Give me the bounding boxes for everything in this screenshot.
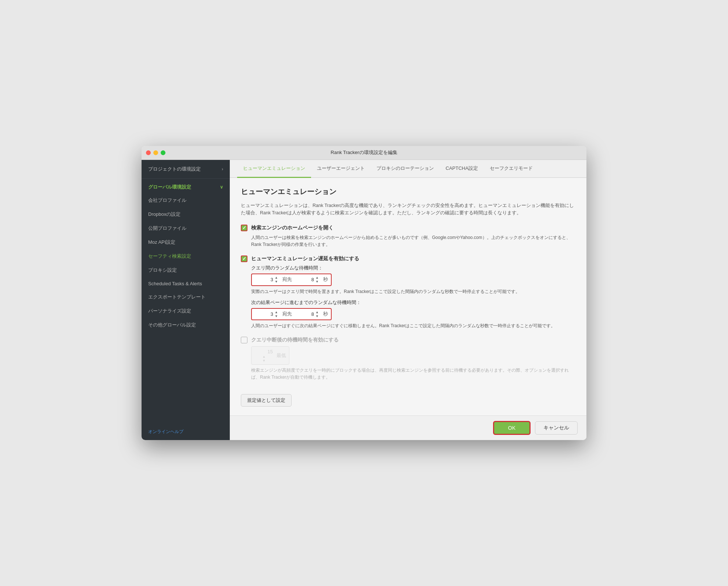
sidebar-item-proxy[interactable]: プロキシ設定: [142, 263, 230, 277]
main-content-area: ヒューマンエミュレーション ヒューマンエミュレーションは、Rank Tracke…: [230, 178, 586, 416]
option3-row: クエリ中断後の待機時間を有効にする: [241, 337, 575, 343]
sub-option2b: 次の結果ページに進むまでのランダムな待機時間： ▲ ▼ 宛先: [251, 300, 575, 330]
option1-block: ✓ 検索エンジンのホームページを開く 人間のユーザーは検索を検索エンジンのホーム…: [241, 225, 575, 248]
close-button[interactable]: [146, 150, 151, 155]
tab-captcha[interactable]: CAPTCHA設定: [440, 160, 484, 178]
spinbox2-from-buttons: ▲ ▼: [274, 310, 279, 318]
spinbox2-to-up[interactable]: ▲: [315, 310, 320, 314]
spinbox2-to-down[interactable]: ▼: [315, 314, 320, 318]
to-label1: 宛先: [282, 276, 292, 283]
spinbox1-to-input[interactable]: [296, 277, 314, 282]
spinbox1-to: ▲ ▼: [296, 276, 320, 284]
option3-checkbox[interactable]: [241, 337, 247, 343]
sidebar-item-moz-api[interactable]: Moz API設定: [142, 235, 230, 249]
chevron-right-icon: ›: [222, 167, 223, 172]
option1-description: 人間のユーザーは検索を検索エンジンのホームページから始めることが多いものです（例…: [251, 234, 575, 248]
sidebar-item-public-profile[interactable]: 公開プロファイル: [142, 221, 230, 235]
tab-human-emulation[interactable]: ヒューマンエミュレーション: [237, 160, 311, 178]
spinbox1-from-down[interactable]: ▼: [274, 280, 279, 284]
content-area: プロジェクトの環境設定 › グローバル環境設定 ∨ 会社プロファイル Dropb…: [142, 160, 586, 440]
spinbox2-from-input[interactable]: [255, 311, 273, 317]
tab-bar: ヒューマンエミュレーション ユーザーエージェント プロキシのローテーション CA…: [230, 160, 586, 178]
option3-label: クエリ中断後の待機時間を有効にする: [251, 337, 339, 343]
sidebar: プロジェクトの環境設定 › グローバル環境設定 ∨ 会社プロファイル Dropb…: [142, 160, 230, 440]
sidebar-item-other-global[interactable]: その他グローバル設定: [142, 318, 230, 332]
sidebar-item-company[interactable]: 会社プロファイル: [142, 193, 230, 207]
option1-label: 検索エンジンのホームページを開く: [251, 225, 333, 231]
spinbox3-down: ▼: [255, 359, 273, 363]
option2a-desc: 実際のユーザーはクエリ間で時間を置きます。Rank Trackerはここで設定し…: [251, 288, 575, 295]
sidebar-item-security[interactable]: セーフティ検索設定: [142, 249, 230, 263]
sub-option3: ▲ ▼ 最低 検索エンジンが高頻度でクエリを一時的にブロックする場合は、再度同じ…: [251, 346, 575, 381]
sidebar-global-label: グローバル環境設定: [148, 184, 191, 190]
online-help-link[interactable]: オンラインヘルプ: [148, 429, 183, 434]
titlebar: Rank Trackerの環境設定を編集: [142, 146, 586, 160]
option2-checkbox[interactable]: ✓: [241, 256, 247, 262]
spinbox3-row: ▲ ▼ 最低: [251, 346, 289, 365]
maximize-button[interactable]: [161, 150, 165, 155]
spinbox2-from: ▲ ▼: [255, 310, 279, 318]
sidebar-footer: オンラインヘルプ: [142, 423, 230, 440]
chevron-down-icon: ∨: [220, 185, 223, 190]
spinbox1-from-buttons: ▲ ▼: [274, 276, 279, 284]
sub-option2a: クエリ間のランダムな待機時間： ▲ ▼ 宛先: [251, 265, 575, 295]
checkmark-icon: ✓: [242, 225, 246, 230]
spinbox1-to-up[interactable]: ▲: [315, 276, 320, 280]
footer: OK キャンセル: [230, 415, 586, 440]
main-panel: ヒューマンエミュレーション ユーザーエージェント プロキシのローテーション CA…: [230, 160, 586, 440]
window-title: Rank Trackerの環境設定を編集: [331, 149, 397, 156]
sidebar-item-dropbox[interactable]: Dropboxの設定: [142, 207, 230, 221]
spinbox2-to-buttons: ▲ ▼: [315, 310, 320, 318]
sidebar-item-project-settings[interactable]: プロジェクトの環境設定 ›: [142, 160, 230, 179]
unit-label1: 秒: [323, 276, 328, 283]
sidebar-item-personalize[interactable]: パーソナライズ設定: [142, 304, 230, 318]
option3-desc: 検索エンジンが高頻度でクエリを一時的にブロックする場合は、再度同じ検索エンジンを…: [251, 367, 575, 381]
option2-block: ✓ ヒューマンエミュレーション遅延を有効にする クエリ間のランダムな待機時間： …: [241, 256, 575, 330]
set-default-button[interactable]: 規定値として設定: [241, 394, 292, 407]
option1-checkbox[interactable]: ✓: [241, 225, 247, 231]
spinbox2-from-up[interactable]: ▲: [274, 310, 279, 314]
spinbox2-row: ▲ ▼ 宛先 ▲ ▼: [251, 308, 332, 321]
spinbox2-from-down[interactable]: ▼: [274, 314, 279, 318]
option1-row: ✓ 検索エンジンのホームページを開く: [241, 225, 575, 231]
sub-label2b: 次の結果ページに進むまでのランダムな待機時間：: [251, 300, 575, 306]
option2b-desc: 人間のユーザーはすぐに次の結果ページにすぐに移動しません。Rank Tracke…: [251, 322, 575, 329]
spinbox2-to: ▲ ▼: [296, 310, 320, 318]
tab-proxy-rotation[interactable]: プロキシのローテーション: [371, 160, 440, 178]
spinbox3-input: [254, 349, 273, 354]
spinbox1-from-input[interactable]: [255, 277, 273, 282]
spinbox1-row: ▲ ▼ 宛先 ▲ ▼: [251, 274, 332, 286]
spinbox2-to-input[interactable]: [296, 311, 314, 317]
tab-user-agent[interactable]: ユーザーエージェント: [311, 160, 371, 178]
section-description: ヒューマンエミュレーションは、Rank Trackerの高度な機能であり、ランキ…: [241, 202, 575, 217]
checkmark-icon: ✓: [242, 256, 246, 261]
option2-label: ヒューマンエミュレーション遅延を有効にする: [251, 256, 359, 262]
window-controls: [146, 150, 165, 155]
spinbox1-from: ▲ ▼: [255, 276, 279, 284]
spinbox1-from-up[interactable]: ▲: [274, 276, 279, 280]
unit-label2: 秒: [323, 311, 328, 317]
spinbox3-buttons: ▲ ▼: [255, 355, 273, 363]
tab-safe-query-mode[interactable]: セーフクエリモード: [484, 160, 539, 178]
ok-button[interactable]: OK: [493, 421, 531, 435]
option2-row: ✓ ヒューマンエミュレーション遅延を有効にする: [241, 256, 575, 262]
option3-block: クエリ中断後の待機時間を有効にする ▲ ▼ 最低: [241, 337, 575, 381]
app-window: Rank Trackerの環境設定を編集 プロジェクトの環境設定 › グローバル…: [142, 146, 586, 440]
sub-label2a: クエリ間のランダムな待機時間：: [251, 265, 575, 271]
minimize-button[interactable]: [153, 150, 158, 155]
sidebar-item-export-templates[interactable]: エクスポートテンプレート: [142, 290, 230, 304]
spinbox3: ▲ ▼: [254, 348, 273, 363]
spinbox1-to-down[interactable]: ▼: [315, 280, 320, 284]
page-title: ヒューマンエミュレーション: [241, 187, 575, 197]
sidebar-global-section[interactable]: グローバル環境設定 ∨: [142, 179, 230, 193]
sidebar-item-scheduled-tasks[interactable]: Scheduled Tasks & Alerts: [142, 277, 230, 290]
spinbox1-to-buttons: ▲ ▼: [315, 276, 320, 284]
to-label2: 宛先: [282, 311, 292, 317]
cancel-button[interactable]: キャンセル: [535, 421, 578, 435]
spinbox3-up: ▲: [255, 355, 273, 359]
unit-min-label: 最低: [276, 353, 286, 359]
sidebar-project-label: プロジェクトの環境設定: [148, 166, 201, 172]
